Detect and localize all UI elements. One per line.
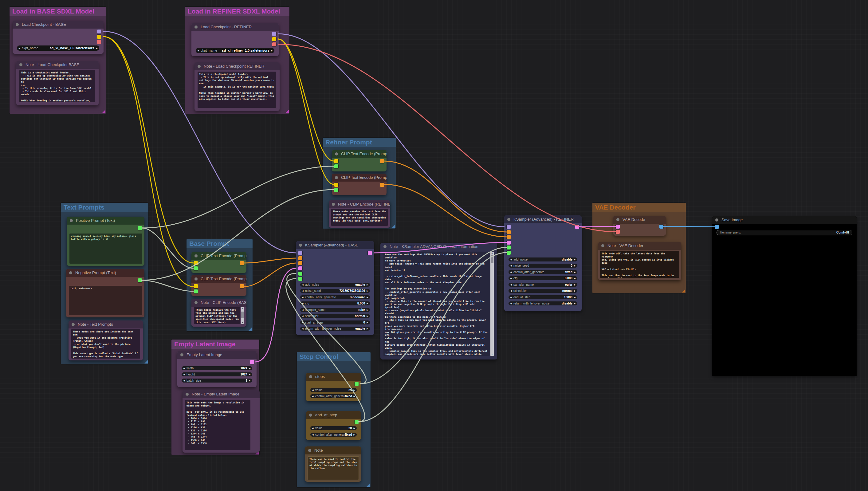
input-slot-vae[interactable] xyxy=(616,230,620,234)
right-arrow-icon[interactable]: ▶ xyxy=(365,283,370,287)
output-slot-int[interactable] xyxy=(354,420,358,424)
note-textarea[interactable]: Here are the settings that SHOULD stay i… xyxy=(383,252,490,356)
output-slot-conditioning[interactable] xyxy=(380,159,384,163)
input-slot-negative[interactable] xyxy=(298,261,302,265)
collapse-dot-icon[interactable] xyxy=(308,449,311,452)
right-arrow-icon[interactable]: ▶ xyxy=(365,327,370,330)
left-arrow-icon[interactable]: ◀ xyxy=(310,433,315,437)
right-arrow-icon[interactable]: ▶ xyxy=(94,46,99,51)
node-end-at-step-primitive[interactable]: end_at_step ◀value20▶ ◀control_after_gen… xyxy=(306,411,361,440)
collapse-dot-icon[interactable] xyxy=(19,63,23,66)
node-title-bar[interactable]: Note - Text Prompts xyxy=(68,320,143,328)
node-title-bar[interactable]: Note - VAE Decoder xyxy=(598,242,681,250)
input-slot-text[interactable] xyxy=(334,164,338,168)
right-arrow-icon[interactable]: ▶ xyxy=(572,289,577,293)
node-title-bar[interactable]: Save Image xyxy=(712,216,857,224)
node-note-load-checkpoint-refiner[interactable]: Note - Load Checkpoint REFINER This is a… xyxy=(195,62,280,111)
output-slot-clip[interactable] xyxy=(272,37,276,41)
input-slot-positive[interactable] xyxy=(298,256,302,260)
output-slot-conditioning[interactable] xyxy=(380,183,384,187)
widget-value[interactable]: ◀value25▶ xyxy=(310,388,357,392)
node-graph-canvas[interactable]: Load in BASE SDXL Model Load in REFINER … xyxy=(0,0,868,491)
group-header[interactable]: Text Prompts xyxy=(61,203,148,212)
collapse-dot-icon[interactable] xyxy=(195,301,198,304)
input-slot-images[interactable] xyxy=(715,225,719,229)
node-note-load-checkpoint-base[interactable]: Note - Load Checkpoint BASE This is a ch… xyxy=(16,61,98,106)
input-slot-negative[interactable] xyxy=(507,235,511,239)
left-arrow-icon[interactable]: ◀ xyxy=(17,46,22,51)
left-arrow-icon[interactable]: ◀ xyxy=(300,283,305,287)
right-arrow-icon[interactable]: ▶ xyxy=(352,433,357,437)
input-slot-steps[interactable] xyxy=(507,246,511,250)
widget-add-noise[interactable]: ◀add_noiseenable▶ xyxy=(300,283,370,287)
node-steps-primitive[interactable]: steps ◀value25▶ ◀control_after_generatef… xyxy=(306,373,361,401)
widget-return-with-leftover-noise[interactable]: ◀return_with_leftover_noiseenable▶ xyxy=(300,327,370,330)
right-arrow-icon[interactable]: ▶ xyxy=(365,320,370,324)
left-arrow-icon[interactable]: ◀ xyxy=(181,372,186,376)
output-slot-latent[interactable] xyxy=(575,225,579,229)
left-arrow-icon[interactable]: ◀ xyxy=(300,295,305,299)
scrollbar-thumb[interactable] xyxy=(491,255,493,263)
widget-control-after-generate[interactable]: ◀control_after_generatefixed▶ xyxy=(310,433,357,437)
output-slot-int[interactable] xyxy=(354,382,358,386)
node-positive-prompt[interactable]: Positive Prompt (Text) evening sunset sc… xyxy=(67,216,144,266)
node-note-step-control[interactable]: Note These can be used to control the to… xyxy=(305,446,361,482)
node-title-bar[interactable]: Note - Load Checkpoint BASE xyxy=(16,61,98,69)
note-textarea[interactable]: These nodes receive the text from the pr… xyxy=(194,307,240,324)
node-title-bar[interactable]: Note - CLIP Encode (BASE) xyxy=(192,299,247,307)
right-arrow-icon[interactable]: ▶ xyxy=(572,264,577,268)
left-arrow-icon[interactable]: ◀ xyxy=(310,426,315,430)
collapse-dot-icon[interactable] xyxy=(601,244,604,247)
input-slot-text[interactable] xyxy=(334,188,338,192)
widget-ckpt-name[interactable]: ◀ ckpt_name sd_xl_refiner_1.0.safetensor… xyxy=(196,48,274,53)
input-slot-positive[interactable] xyxy=(507,230,511,234)
node-note-clip-encode-refiner[interactable]: Note - CLIP Encode (REFINER) These nodes… xyxy=(329,200,390,228)
input-slot-model[interactable] xyxy=(298,251,302,255)
scroll-up-icon[interactable]: ▲ xyxy=(490,252,494,255)
right-arrow-icon[interactable]: ▶ xyxy=(352,388,357,392)
left-arrow-icon[interactable]: ◀ xyxy=(300,289,305,293)
node-title-bar[interactable]: KSampler (Advanced) - REFINER xyxy=(504,215,582,223)
node-note-vae-decoder[interactable]: Note - VAE Decoder This node will take t… xyxy=(598,242,681,280)
widget-value[interactable]: ◀value20▶ xyxy=(310,426,357,430)
output-slot-string[interactable] xyxy=(138,278,142,282)
left-arrow-icon[interactable]: ◀ xyxy=(509,301,514,306)
input-slot-model[interactable] xyxy=(507,225,511,229)
node-title-bar[interactable]: end_at_step xyxy=(306,411,361,419)
prompt-textarea[interactable]: evening sunset scenery blue sky nature, … xyxy=(69,233,142,264)
note-textarea[interactable]: These nodes receive the text from the pr… xyxy=(331,209,388,226)
group-header[interactable]: Load in BASE SDXL Model xyxy=(9,7,106,16)
widget-sampler-name[interactable]: ◀sampler_nameeuler▶ xyxy=(509,283,577,287)
right-arrow-icon[interactable]: ▶ xyxy=(247,366,252,370)
output-slot-vae[interactable] xyxy=(272,42,276,47)
node-title-bar[interactable]: Note - Load Checkpoint REFINER xyxy=(195,62,280,70)
output-slot-conditioning[interactable] xyxy=(240,261,244,265)
note-textarea[interactable]: This node will take the latent data from… xyxy=(600,251,679,278)
node-clip-encode-base-positive[interactable]: CLIP Text Encode (Prompt) xyxy=(192,252,247,273)
node-title-bar[interactable]: Negative Prompt (Text) xyxy=(66,269,144,277)
node-title-bar[interactable]: KSampler (Advanced) - BASE xyxy=(296,241,374,249)
node-load-checkpoint-base[interactable]: Load Checkpoint - BASE ◀ ckpt_name sd_xl… xyxy=(12,21,104,54)
left-arrow-icon[interactable]: ◀ xyxy=(300,301,305,306)
input-slot-text[interactable] xyxy=(194,266,198,270)
right-arrow-icon[interactable]: ▶ xyxy=(365,314,370,318)
input-slot-clip[interactable] xyxy=(194,284,198,288)
widget-start-at-step[interactable]: ◀start_at_step0▶ xyxy=(300,320,370,324)
right-arrow-icon[interactable]: ▶ xyxy=(352,394,357,398)
node-title-bar[interactable]: CLIP Text Encode (Prompt) xyxy=(332,174,386,181)
right-arrow-icon[interactable]: ▶ xyxy=(352,426,357,430)
widget-scheduler[interactable]: ◀schedulernormal▶ xyxy=(509,289,577,293)
widget-noise-seed[interactable]: ◀noise_seed721897303308196▶ xyxy=(300,289,370,293)
node-note-ksampler-advanced[interactable]: Note - KSampler ADVANCED General Informa… xyxy=(380,243,497,359)
left-arrow-icon[interactable]: ◀ xyxy=(300,308,305,312)
collapse-dot-icon[interactable] xyxy=(616,218,619,221)
output-slot-image[interactable] xyxy=(659,225,663,229)
collapse-dot-icon[interactable] xyxy=(180,353,183,356)
node-vae-decode[interactable]: VAE Decode xyxy=(613,216,666,236)
collapse-dot-icon[interactable] xyxy=(71,323,75,326)
input-slot-steps[interactable] xyxy=(298,271,302,276)
collapse-dot-icon[interactable] xyxy=(383,245,386,248)
left-arrow-icon[interactable]: ◀ xyxy=(300,327,305,330)
left-arrow-icon[interactable]: ◀ xyxy=(300,314,305,318)
right-arrow-icon[interactable]: ▶ xyxy=(572,270,577,274)
